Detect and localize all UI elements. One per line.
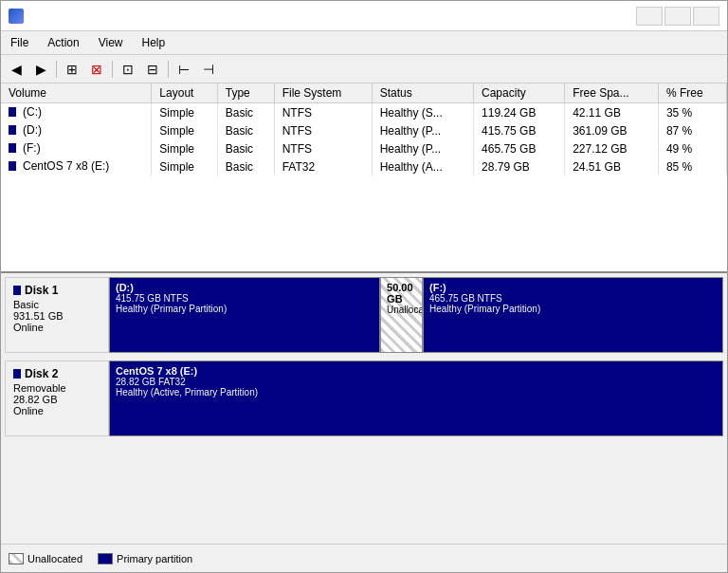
- toolbar-separator-1: [56, 61, 57, 78]
- cell-free: 24.51 GB: [565, 157, 659, 176]
- cell-layout: Simple: [152, 157, 217, 176]
- cell-filesystem: NTFS: [274, 121, 372, 139]
- table-row[interactable]: (D:) Simple Basic NTFS Healthy (P... 415…: [1, 121, 727, 139]
- cell-percent: 85 %: [658, 157, 726, 176]
- table-header-row: Volume Layout Type File System Status Ca…: [1, 83, 727, 103]
- col-volume: Volume: [1, 83, 152, 103]
- col-percent: % Free: [658, 83, 726, 103]
- cell-type: Basic: [217, 121, 274, 139]
- menu-file[interactable]: File: [1, 33, 38, 52]
- cell-volume: CentOS 7 x8 (E:): [1, 157, 152, 176]
- close-button[interactable]: [693, 7, 719, 26]
- menu-view[interactable]: View: [89, 33, 133, 52]
- toolbar-btn-4[interactable]: ⊟: [141, 59, 164, 80]
- partition-1-1[interactable]: (D:) 415.75 GB NTFS Healthy (Primary Par…: [110, 278, 381, 352]
- disk-map-area: Disk 1 Basic 931.51 GB Online (D:) 415.7…: [1, 273, 727, 544]
- minimize-button[interactable]: [636, 7, 663, 26]
- disk-info-2: Disk 2 Removable 28.82 GB Online: [5, 360, 109, 436]
- maximize-button[interactable]: [664, 7, 691, 26]
- col-layout: Layout: [152, 83, 217, 103]
- volume-table: Volume Layout Type File System Status Ca…: [1, 83, 727, 176]
- cell-layout: Simple: [152, 103, 217, 122]
- col-type: Type: [217, 83, 274, 103]
- legend-label-unallocated: Unallocated: [27, 553, 82, 564]
- title-bar: [1, 1, 727, 31]
- cell-capacity: 465.75 GB: [474, 139, 565, 157]
- disk-status-1: Online: [13, 322, 100, 333]
- toolbar-btn-5[interactable]: ⊢: [173, 59, 195, 80]
- legend-primary: Primary partition: [98, 553, 192, 564]
- col-status: Status: [372, 83, 473, 103]
- cell-type: Basic: [217, 103, 274, 122]
- partition-size-1-2: Unallocated: [387, 305, 416, 315]
- legend-label-primary: Primary partition: [117, 553, 192, 564]
- forward-button[interactable]: ▶: [29, 59, 52, 80]
- partition-status-2-1: Healthy (Active, Primary Partition): [116, 387, 717, 397]
- legend: Unallocated Primary partition: [1, 544, 727, 572]
- cell-type: Basic: [217, 157, 274, 176]
- partition-size-2-1: 28.82 GB FAT32: [116, 377, 717, 387]
- legend-box-primary: [98, 553, 113, 564]
- cell-percent: 35 %: [658, 103, 726, 122]
- title-controls: [636, 7, 719, 26]
- cell-free: 361.09 GB: [565, 121, 659, 139]
- cell-filesystem: FAT32: [274, 157, 372, 176]
- col-filesystem: File System: [274, 83, 372, 103]
- partition-label-1-2: 50.00 GB: [387, 282, 416, 305]
- back-button[interactable]: ◀: [5, 59, 27, 80]
- cell-capacity: 28.79 GB: [474, 157, 565, 176]
- cell-status: Healthy (P...: [372, 121, 473, 139]
- toolbar: ◀ ▶ ⊞ ⊠ ⊡ ⊟ ⊢ ⊣: [1, 55, 727, 83]
- disk-row-2: Disk 2 Removable 28.82 GB Online CentOS …: [5, 360, 723, 436]
- toolbar-separator-2: [112, 61, 113, 78]
- toolbar-btn-1[interactable]: ⊞: [61, 59, 83, 80]
- partition-2-1[interactable]: CentOS 7 x8 (E:) 28.82 GB FAT32 Healthy …: [110, 361, 722, 435]
- cell-layout: Simple: [152, 139, 217, 157]
- main-content: Volume Layout Type File System Status Ca…: [1, 83, 727, 544]
- disk-info-1: Disk 1 Basic 931.51 GB Online: [5, 277, 109, 353]
- cell-filesystem: NTFS: [274, 103, 372, 122]
- disk-name-2: Disk 2: [13, 367, 100, 380]
- volume-table-area: Volume Layout Type File System Status Ca…: [1, 83, 727, 273]
- partition-1-3[interactable]: (F:) 465.75 GB NTFS Healthy (Primary Par…: [424, 278, 722, 352]
- disk-partitions-1: (D:) 415.75 GB NTFS Healthy (Primary Par…: [109, 277, 723, 353]
- cell-free: 227.12 GB: [565, 139, 659, 157]
- partition-status-1-1: Healthy (Primary Partition): [116, 304, 373, 314]
- toolbar-btn-3[interactable]: ⊡: [117, 59, 139, 80]
- cell-filesystem: NTFS: [274, 139, 372, 157]
- cell-status: Healthy (A...: [372, 157, 473, 176]
- legend-box-unallocated: [9, 553, 24, 564]
- partition-label-2-1: CentOS 7 x8 (E:): [116, 365, 717, 377]
- cell-volume: (F:): [1, 139, 152, 157]
- cell-free: 42.11 GB: [565, 103, 659, 122]
- toolbar-btn-2[interactable]: ⊠: [85, 59, 108, 80]
- cell-percent: 49 %: [658, 139, 726, 157]
- cell-volume: (D:): [1, 121, 152, 139]
- disk-size-2: 28.82 GB: [13, 394, 100, 405]
- menu-help[interactable]: Help: [133, 33, 175, 52]
- disk-management-window: File Action View Help ◀ ▶ ⊞ ⊠ ⊡ ⊟ ⊢ ⊣ Vo…: [0, 0, 728, 573]
- partition-label-1-3: (F:): [429, 282, 717, 293]
- disk-type-1: Basic: [13, 299, 100, 310]
- cell-status: Healthy (S...: [372, 103, 473, 122]
- table-row[interactable]: (C:) Simple Basic NTFS Healthy (S... 119…: [1, 103, 727, 122]
- cell-status: Healthy (P...: [372, 139, 473, 157]
- table-row[interactable]: CentOS 7 x8 (E:) Simple Basic FAT32 Heal…: [1, 157, 727, 176]
- disk-row-1: Disk 1 Basic 931.51 GB Online (D:) 415.7…: [5, 277, 723, 353]
- cell-percent: 87 %: [658, 121, 726, 139]
- col-capacity: Capacity: [474, 83, 565, 103]
- disk-size-1: 931.51 GB: [13, 310, 100, 322]
- app-icon: [9, 9, 24, 24]
- cell-type: Basic: [217, 139, 274, 157]
- col-free: Free Spa...: [565, 83, 659, 103]
- cell-capacity: 119.24 GB: [474, 103, 565, 122]
- cell-volume: (C:): [1, 103, 152, 122]
- partition-label-1-1: (D:): [116, 282, 373, 293]
- partition-1-2[interactable]: 50.00 GB Unallocated: [381, 278, 424, 352]
- menu-action[interactable]: Action: [38, 33, 88, 52]
- disk-name-1: Disk 1: [13, 284, 100, 297]
- table-row[interactable]: (F:) Simple Basic NTFS Healthy (P... 465…: [1, 139, 727, 157]
- toolbar-btn-6[interactable]: ⊣: [197, 59, 220, 80]
- menu-bar: File Action View Help: [1, 31, 727, 55]
- toolbar-separator-3: [168, 61, 169, 78]
